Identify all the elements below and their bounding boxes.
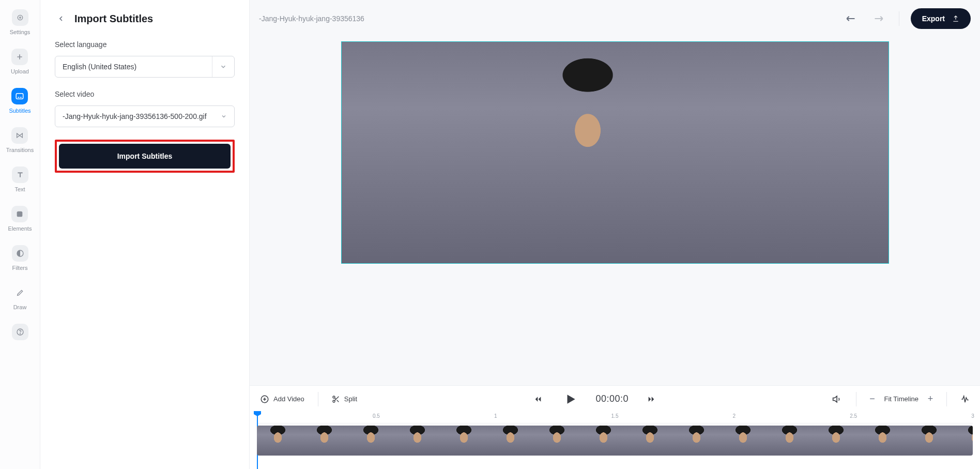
undo-button[interactable] <box>842 9 861 28</box>
add-video-button[interactable]: Add Video <box>257 391 308 407</box>
timeline-frame[interactable] <box>257 426 303 456</box>
frame-thumbnail <box>862 426 908 456</box>
zoom-in-button[interactable]: + <box>925 394 936 405</box>
timeline-frame[interactable] <box>396 426 443 456</box>
export-label: Export <box>922 14 945 23</box>
gear-icon <box>12 9 28 26</box>
frame-thumbnail <box>257 426 303 456</box>
frame-thumbnail <box>350 426 396 456</box>
language-select[interactable]: English (United States) <box>55 56 235 78</box>
play-icon <box>564 392 577 406</box>
nav-label: Elements <box>8 225 32 232</box>
ruler-mark: 2.5 <box>850 413 857 419</box>
volume-icon <box>832 394 843 404</box>
nav-label: Upload <box>11 68 29 74</box>
timeline-ruler: 0.511.522.53 <box>257 412 973 423</box>
divider <box>946 392 947 406</box>
nav-label: Filters <box>12 265 28 271</box>
nav-text[interactable]: Text <box>12 167 28 192</box>
skip-forward-icon <box>647 395 655 403</box>
timeline-frame[interactable] <box>908 426 955 456</box>
fit-timeline-button[interactable]: Fit Timeline <box>884 395 918 403</box>
import-subtitles-button[interactable]: Import Subtitles <box>59 144 231 169</box>
chevron-down-icon <box>212 56 227 77</box>
timeline-frame[interactable] <box>722 426 769 456</box>
svg-rect-2 <box>17 94 24 99</box>
frame-thumbnail <box>722 426 769 456</box>
volume-button[interactable] <box>829 391 846 407</box>
plus-icon <box>11 49 28 65</box>
nav-settings[interactable]: Settings <box>10 9 30 35</box>
transitions-icon <box>11 127 28 144</box>
waveform-icon <box>960 395 970 404</box>
timeline-frame[interactable] <box>676 426 722 456</box>
topbar: -Jang-Hyuk-hyuk-jang-39356136 Export <box>250 0 980 37</box>
timeline-frame[interactable] <box>303 426 350 456</box>
timeline-frame[interactable] <box>443 426 489 456</box>
divider <box>899 11 899 26</box>
frame-thumbnail <box>536 426 583 456</box>
skip-back-button[interactable] <box>531 391 545 407</box>
nav-transitions[interactable]: Transitions <box>6 127 34 153</box>
frame-thumbnail <box>443 426 489 456</box>
divider <box>856 392 856 406</box>
split-button[interactable]: Split <box>329 391 360 407</box>
panel-title: Import Subtitles <box>74 13 153 25</box>
frame-thumbnail <box>583 426 629 456</box>
timeline-frame[interactable] <box>350 426 396 456</box>
frame-thumbnail <box>676 426 722 456</box>
timeline-frame[interactable] <box>629 426 676 456</box>
video-preview[interactable] <box>341 41 889 264</box>
ruler-mark: 1 <box>494 413 497 419</box>
timeline-frame[interactable] <box>955 426 973 456</box>
timeline-frame[interactable] <box>583 426 629 456</box>
frame-thumbnail <box>955 426 973 456</box>
timeline-frame[interactable] <box>815 426 862 456</box>
waveform-button[interactable] <box>957 391 973 407</box>
video-select[interactable]: -Jang-Hyuk-hyuk-jang-39356136-500-200.gi… <box>55 105 235 127</box>
timeline[interactable]: 0.511.522.53 ∣+ <box>250 412 980 469</box>
nav-draw[interactable]: Draw <box>12 284 28 310</box>
help-icon <box>12 324 28 340</box>
zoom-out-button[interactable]: − <box>867 394 878 405</box>
redo-button[interactable] <box>869 9 887 28</box>
svg-rect-3 <box>17 211 23 217</box>
svg-point-6 <box>20 334 20 334</box>
video-value: -Jang-Hyuk-hyuk-jang-39356136-500-200.gi… <box>63 112 207 120</box>
nav-label: Transitions <box>6 147 34 153</box>
text-icon <box>12 167 28 183</box>
timeline-frame[interactable] <box>489 426 536 456</box>
svg-point-0 <box>18 15 22 20</box>
divider <box>318 392 318 406</box>
plus-circle-icon <box>260 395 269 404</box>
video-label: Select video <box>55 90 235 98</box>
timeline-frame[interactable] <box>862 426 908 456</box>
timeline-frame[interactable] <box>769 426 815 456</box>
nav-label: Draw <box>13 304 27 310</box>
nav-upload[interactable]: Upload <box>11 49 29 74</box>
split-label: Split <box>344 395 357 403</box>
left-nav: Settings Upload Subtitles Transitions Te… <box>0 0 40 469</box>
svg-point-9 <box>333 400 335 402</box>
export-button[interactable]: Export <box>911 8 971 29</box>
skip-forward-button[interactable] <box>644 391 659 407</box>
subtitles-icon <box>11 88 28 104</box>
ruler-mark: 2 <box>733 413 736 419</box>
project-name[interactable]: -Jang-Hyuk-hyuk-jang-39356136 <box>259 14 364 23</box>
frame-thumbnail <box>769 426 815 456</box>
nav-help[interactable] <box>12 324 28 340</box>
playback-time: 00:00:0 <box>596 394 629 404</box>
svg-point-8 <box>333 396 335 398</box>
video-track[interactable]: ∣+ <box>257 426 973 456</box>
play-button[interactable] <box>561 391 580 407</box>
nav-subtitles[interactable]: Subtitles <box>9 88 30 114</box>
nav-filters[interactable]: Filters <box>12 245 28 271</box>
language-value: English (United States) <box>63 63 136 71</box>
subtitle-panel: Import Subtitles Select language English… <box>40 0 250 469</box>
filters-icon <box>12 245 28 262</box>
timeline-frame[interactable] <box>536 426 583 456</box>
back-button[interactable] <box>55 12 67 25</box>
nav-elements[interactable]: Elements <box>8 206 32 232</box>
chevron-down-icon <box>213 106 227 127</box>
ruler-mark: 3 <box>971 413 974 419</box>
